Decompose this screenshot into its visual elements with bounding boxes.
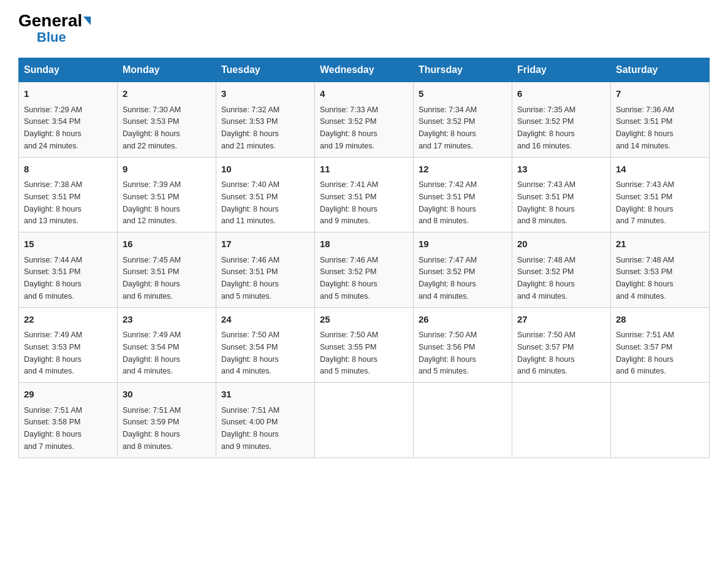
day-info: Sunrise: 7:50 AMSunset: 3:56 PMDaylight:… <box>419 331 477 375</box>
day-number: 28 <box>616 313 704 327</box>
day-info: Sunrise: 7:51 AMSunset: 3:58 PMDaylight:… <box>24 406 82 451</box>
day-info: Sunrise: 7:49 AMSunset: 3:53 PMDaylight:… <box>24 331 82 375</box>
day-number: 13 <box>517 163 605 177</box>
header-saturday: Saturday <box>611 58 710 82</box>
calendar-cell: 20 Sunrise: 7:48 AMSunset: 3:52 PMDaylig… <box>512 232 611 308</box>
calendar-cell: 11 Sunrise: 7:41 AMSunset: 3:51 PMDaylig… <box>315 157 414 232</box>
day-number: 21 <box>616 237 704 251</box>
header-tuesday: Tuesday <box>216 58 315 82</box>
calendar-cell: 26 Sunrise: 7:50 AMSunset: 3:56 PMDaylig… <box>414 307 512 383</box>
calendar-cell: 25 Sunrise: 7:50 AMSunset: 3:55 PMDaylig… <box>315 307 414 383</box>
calendar-cell: 12 Sunrise: 7:42 AMSunset: 3:51 PMDaylig… <box>414 157 512 232</box>
day-number: 29 <box>24 388 112 402</box>
logo: General Blue <box>18 12 91 45</box>
calendar-cell: 7 Sunrise: 7:36 AMSunset: 3:51 PMDayligh… <box>611 82 710 158</box>
day-info: Sunrise: 7:50 AMSunset: 3:57 PMDaylight:… <box>517 331 575 375</box>
day-info: Sunrise: 7:51 AMSunset: 3:57 PMDaylight:… <box>616 331 674 375</box>
logo-triangle-icon <box>83 17 91 25</box>
calendar-cell: 8 Sunrise: 7:38 AMSunset: 3:51 PMDayligh… <box>19 157 118 232</box>
calendar-cell: 17 Sunrise: 7:46 AMSunset: 3:51 PMDaylig… <box>216 232 315 308</box>
calendar-cell: 21 Sunrise: 7:48 AMSunset: 3:53 PMDaylig… <box>611 232 710 308</box>
calendar-table: SundayMondayTuesdayWednesdayThursdayFrid… <box>18 58 710 458</box>
day-number: 30 <box>123 388 211 402</box>
calendar-cell: 15 Sunrise: 7:44 AMSunset: 3:51 PMDaylig… <box>19 232 118 308</box>
day-info: Sunrise: 7:51 AMSunset: 3:59 PMDaylight:… <box>123 406 181 451</box>
calendar-cell: 3 Sunrise: 7:32 AMSunset: 3:53 PMDayligh… <box>216 82 315 158</box>
logo-text: General <box>18 12 91 29</box>
day-number: 4 <box>320 87 408 101</box>
day-info: Sunrise: 7:48 AMSunset: 3:53 PMDaylight:… <box>616 256 674 301</box>
day-info: Sunrise: 7:41 AMSunset: 3:51 PMDaylight:… <box>320 180 378 225</box>
calendar-cell: 5 Sunrise: 7:34 AMSunset: 3:52 PMDayligh… <box>414 82 512 158</box>
day-info: Sunrise: 7:29 AMSunset: 3:54 PMDaylight:… <box>24 105 82 150</box>
calendar-header-row: SundayMondayTuesdayWednesdayThursdayFrid… <box>19 58 710 82</box>
day-number: 22 <box>24 313 112 327</box>
day-number: 16 <box>123 237 211 251</box>
day-info: Sunrise: 7:47 AMSunset: 3:52 PMDaylight:… <box>419 256 477 301</box>
day-info: Sunrise: 7:43 AMSunset: 3:51 PMDaylight:… <box>517 180 575 225</box>
calendar-cell <box>315 383 414 458</box>
day-info: Sunrise: 7:46 AMSunset: 3:51 PMDaylight:… <box>221 256 279 301</box>
calendar-week-row: 1 Sunrise: 7:29 AMSunset: 3:54 PMDayligh… <box>19 82 710 158</box>
calendar-cell: 28 Sunrise: 7:51 AMSunset: 3:57 PMDaylig… <box>611 307 710 383</box>
calendar-cell <box>512 383 611 458</box>
calendar-cell: 9 Sunrise: 7:39 AMSunset: 3:51 PMDayligh… <box>118 157 216 232</box>
calendar-cell: 19 Sunrise: 7:47 AMSunset: 3:52 PMDaylig… <box>414 232 512 308</box>
day-number: 3 <box>221 87 309 101</box>
calendar-cell: 30 Sunrise: 7:51 AMSunset: 3:59 PMDaylig… <box>118 383 216 458</box>
day-info: Sunrise: 7:42 AMSunset: 3:51 PMDaylight:… <box>419 180 477 225</box>
day-number: 15 <box>24 237 112 251</box>
day-info: Sunrise: 7:50 AMSunset: 3:55 PMDaylight:… <box>320 331 378 375</box>
day-number: 19 <box>419 237 507 251</box>
header-monday: Monday <box>118 58 216 82</box>
day-number: 2 <box>123 87 211 101</box>
day-number: 24 <box>221 313 309 327</box>
day-number: 1 <box>24 87 112 101</box>
calendar-cell: 16 Sunrise: 7:45 AMSunset: 3:51 PMDaylig… <box>118 232 216 308</box>
calendar-cell: 24 Sunrise: 7:50 AMSunset: 3:54 PMDaylig… <box>216 307 315 383</box>
day-number: 18 <box>320 237 408 251</box>
calendar-cell: 1 Sunrise: 7:29 AMSunset: 3:54 PMDayligh… <box>19 82 118 158</box>
day-info: Sunrise: 7:35 AMSunset: 3:52 PMDaylight:… <box>517 105 575 150</box>
calendar-cell: 31 Sunrise: 7:51 AMSunset: 4:00 PMDaylig… <box>216 383 315 458</box>
day-number: 20 <box>517 237 605 251</box>
header-thursday: Thursday <box>414 58 512 82</box>
calendar-cell <box>611 383 710 458</box>
day-info: Sunrise: 7:50 AMSunset: 3:54 PMDaylight:… <box>221 331 279 375</box>
calendar-cell <box>414 383 512 458</box>
day-number: 8 <box>24 163 112 177</box>
calendar-cell: 23 Sunrise: 7:49 AMSunset: 3:54 PMDaylig… <box>118 307 216 383</box>
day-info: Sunrise: 7:44 AMSunset: 3:51 PMDaylight:… <box>24 256 82 301</box>
day-number: 5 <box>419 87 507 101</box>
day-info: Sunrise: 7:32 AMSunset: 3:53 PMDaylight:… <box>221 105 279 150</box>
day-info: Sunrise: 7:48 AMSunset: 3:52 PMDaylight:… <box>517 256 575 301</box>
calendar-cell: 2 Sunrise: 7:30 AMSunset: 3:53 PMDayligh… <box>118 82 216 158</box>
day-number: 25 <box>320 313 408 327</box>
day-number: 9 <box>123 163 211 177</box>
calendar-week-row: 29 Sunrise: 7:51 AMSunset: 3:58 PMDaylig… <box>19 383 710 458</box>
day-number: 7 <box>616 87 704 101</box>
calendar-cell: 29 Sunrise: 7:51 AMSunset: 3:58 PMDaylig… <box>19 383 118 458</box>
day-info: Sunrise: 7:34 AMSunset: 3:52 PMDaylight:… <box>419 105 477 150</box>
day-number: 12 <box>419 163 507 177</box>
header-sunday: Sunday <box>19 58 118 82</box>
calendar-cell: 22 Sunrise: 7:49 AMSunset: 3:53 PMDaylig… <box>19 307 118 383</box>
day-number: 11 <box>320 163 408 177</box>
calendar-cell: 18 Sunrise: 7:46 AMSunset: 3:52 PMDaylig… <box>315 232 414 308</box>
header-wednesday: Wednesday <box>315 58 414 82</box>
day-number: 26 <box>419 313 507 327</box>
day-info: Sunrise: 7:33 AMSunset: 3:52 PMDaylight:… <box>320 105 378 150</box>
day-number: 6 <box>517 87 605 101</box>
day-info: Sunrise: 7:40 AMSunset: 3:51 PMDaylight:… <box>221 180 279 225</box>
page-header: General Blue <box>18 12 710 45</box>
day-info: Sunrise: 7:51 AMSunset: 4:00 PMDaylight:… <box>221 406 279 451</box>
day-number: 17 <box>221 237 309 251</box>
day-info: Sunrise: 7:38 AMSunset: 3:51 PMDaylight:… <box>24 180 82 225</box>
day-number: 23 <box>123 313 211 327</box>
day-info: Sunrise: 7:46 AMSunset: 3:52 PMDaylight:… <box>320 256 378 301</box>
header-friday: Friday <box>512 58 611 82</box>
day-number: 14 <box>616 163 704 177</box>
day-number: 31 <box>221 388 309 402</box>
day-info: Sunrise: 7:45 AMSunset: 3:51 PMDaylight:… <box>123 256 181 301</box>
calendar-cell: 6 Sunrise: 7:35 AMSunset: 3:52 PMDayligh… <box>512 82 611 158</box>
